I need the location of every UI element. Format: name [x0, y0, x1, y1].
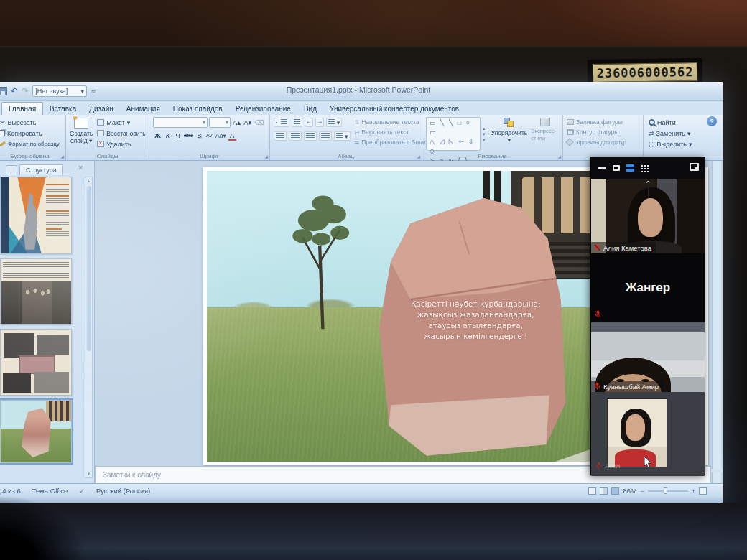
- copy-button[interactable]: Копировать: [0, 128, 62, 139]
- shapes-gallery[interactable]: ▭ ╲ ╲ □ ○ ▭ △ ◿ ◺ ⇦ ⇩ ◇ ↘ ~ ∿ { } ☆: [426, 117, 481, 151]
- char-spacing-button[interactable]: AV: [205, 131, 214, 141]
- shape-effects-button[interactable]: Эффекты для фигур: [567, 137, 639, 147]
- slide-thumbnail-2[interactable]: [0, 258, 72, 325]
- gallery-view-icon[interactable]: [626, 164, 634, 172]
- tab-outline[interactable]: Структура: [19, 164, 63, 175]
- font-size-combo[interactable]: ▾: [209, 117, 231, 128]
- participant-name-tag: Куанышбай Амир: [591, 381, 663, 392]
- tab-insert[interactable]: Вставка: [43, 103, 83, 115]
- align-right-button[interactable]: [304, 131, 317, 141]
- slide-sorter-button[interactable]: [600, 487, 608, 495]
- grid-view-icon[interactable]: [641, 164, 649, 172]
- reset-label: Восстановить: [106, 130, 145, 137]
- replace-label: Заменить: [656, 130, 685, 137]
- help-icon[interactable]: ?: [707, 116, 717, 126]
- new-slide-label2: слайд ▾: [70, 137, 92, 144]
- grow-font-button[interactable]: А▴: [232, 118, 241, 128]
- participant1-face: [638, 198, 663, 237]
- fit-to-window-button[interactable]: [699, 487, 707, 495]
- main-scrollbar[interactable]: [712, 161, 721, 486]
- tab-home[interactable]: Главная: [1, 102, 43, 115]
- delete-slide-button[interactable]: Удалить: [96, 139, 147, 149]
- tab-animation[interactable]: Анимация: [120, 103, 167, 115]
- normal-view-button[interactable]: [588, 487, 596, 495]
- inventory-sticker-number: 236006000562: [593, 62, 697, 83]
- shape-outline-button[interactable]: Контур фигуры: [567, 127, 639, 137]
- new-slide-button[interactable]: Создать слайд ▾: [70, 117, 93, 151]
- zoom-in-icon[interactable]: +: [692, 487, 695, 495]
- minimize-icon[interactable]: [598, 167, 606, 169]
- zoom-slider-thumb[interactable]: [664, 487, 667, 494]
- slide-thumbnail-1[interactable]: [0, 177, 72, 254]
- participant-video-2[interactable]: Жангер: [591, 253, 705, 322]
- participant-name-tag: Алия Каметова: [591, 242, 656, 253]
- align-center-button[interactable]: [289, 131, 302, 141]
- quick-styles-button[interactable]: Экспресс-стили: [531, 117, 559, 151]
- close-icon[interactable]: ×: [78, 164, 83, 172]
- scroll-up-icon[interactable]: ▲: [85, 177, 92, 185]
- dialog-launcher-icon[interactable]: ◢: [60, 154, 64, 159]
- tab-slideshow[interactable]: Показ слайдов: [167, 103, 229, 115]
- tab-design[interactable]: Дизайн: [83, 103, 120, 115]
- group-clipboard: ✂ Вырезать Копировать Формат по образцу …: [0, 115, 66, 160]
- zoom-slider[interactable]: [648, 490, 688, 492]
- participant-video-3[interactable]: Куанышбай Амир: [591, 322, 705, 392]
- popout-icon[interactable]: [690, 163, 699, 171]
- tab-view[interactable]: Вид: [297, 103, 323, 115]
- slideshow-button[interactable]: [611, 487, 619, 495]
- gallery-up-icon: ▲: [482, 126, 486, 131]
- find-button[interactable]: Найти: [647, 117, 706, 128]
- photo-of-laptop: 236006000562 ↶ ↷ [Нет звука] ▾ ≂ Презент…: [0, 0, 747, 560]
- reset-button[interactable]: Восстановить: [96, 128, 147, 139]
- numbering-button[interactable]: [292, 118, 302, 127]
- dialog-launcher-icon[interactable]: ◢: [557, 154, 561, 159]
- shadow-button[interactable]: S: [195, 131, 204, 141]
- replace-button[interactable]: ⇄ Заменить ▾: [647, 128, 706, 139]
- arrange-button[interactable]: Упорядочить ▾: [491, 117, 528, 151]
- thumb3-photo: [34, 372, 69, 393]
- dialog-launcher-icon[interactable]: ◢: [417, 154, 420, 159]
- participant-video-4[interactable]: Асем: [591, 392, 705, 476]
- clear-formatting-button[interactable]: ⌫: [254, 118, 264, 128]
- line-spacing-button[interactable]: ▾: [326, 118, 343, 127]
- layout-button[interactable]: Макет ▾: [96, 117, 147, 128]
- stone-inscription-line: Қасіретті нәубет құрбандарына:: [371, 299, 580, 309]
- muted-mic-icon: [594, 243, 600, 252]
- justify-button[interactable]: [319, 131, 332, 141]
- decrease-indent-button[interactable]: ⇤: [305, 118, 313, 127]
- quick-styles-icon: [540, 118, 550, 126]
- format-painter-button[interactable]: Формат по образцу: [0, 139, 62, 149]
- thumb3-photo: [19, 355, 55, 373]
- shape-fill-button[interactable]: Заливка фигуры: [567, 117, 639, 127]
- strikethrough-button[interactable]: abc: [183, 131, 194, 141]
- slide-thumbnail-3[interactable]: [0, 329, 72, 396]
- align-left-button[interactable]: [274, 131, 287, 141]
- group-paragraph: ⇤ ⇥ ▾ ▾ ⇅Направление текс: [270, 115, 422, 160]
- select-button[interactable]: ⬚ Выделить ▾: [647, 139, 706, 149]
- bullets-button[interactable]: [274, 118, 289, 127]
- speaker-view-icon[interactable]: [613, 165, 620, 171]
- participant-video-1[interactable]: ⌃ Алия Каметова: [591, 179, 705, 253]
- tab-review[interactable]: Рецензирование: [229, 103, 297, 115]
- columns-button[interactable]: ▾: [334, 131, 351, 141]
- tab-slides-stub[interactable]: [6, 165, 17, 175]
- shapes-gallery-scroll[interactable]: ▲ ▼ ▼: [481, 117, 488, 151]
- underline-button[interactable]: Ч: [173, 131, 182, 141]
- cut-button[interactable]: ✂ Вырезать: [0, 117, 62, 128]
- dialog-launcher-icon[interactable]: ◢: [264, 154, 268, 159]
- tab-doc-converter[interactable]: Универсальный конвертер документов: [323, 103, 465, 115]
- scrollbar-thumb[interactable]: [86, 186, 91, 351]
- shrink-font-button[interactable]: А▾: [243, 118, 252, 128]
- change-case-button[interactable]: Аа▾: [215, 131, 227, 141]
- zoom-out-icon[interactable]: −: [640, 487, 644, 495]
- font-family-combo[interactable]: ▾: [153, 117, 208, 128]
- group-editing: Найти ⇄ Заменить ▾ ⬚ Выделить ▾: [644, 115, 710, 160]
- italic-button[interactable]: К: [163, 131, 172, 141]
- muted-mic-icon: [594, 382, 600, 391]
- increase-indent-button[interactable]: ⇥: [315, 118, 324, 127]
- stone-inscription-line: атаусыз атылғандарға,: [371, 320, 580, 331]
- new-slide-icon: [74, 118, 88, 129]
- font-color-button[interactable]: А: [228, 131, 237, 141]
- bold-button[interactable]: Ж: [153, 131, 162, 141]
- group-slides: Создать слайд ▾ Макет ▾ Восстановить: [66, 115, 149, 160]
